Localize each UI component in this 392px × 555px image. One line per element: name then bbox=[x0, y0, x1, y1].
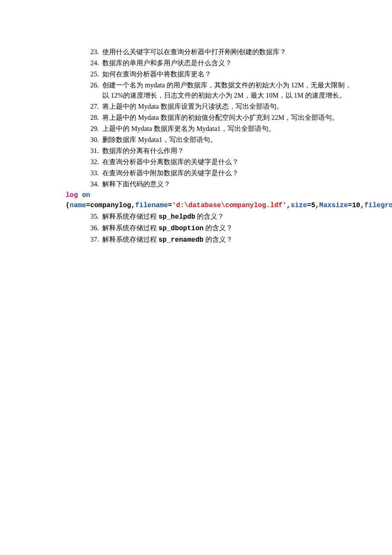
code-line-1: log on bbox=[66, 190, 358, 200]
item-number: 25. bbox=[85, 69, 102, 79]
list-item: 30.删除数据库 Mydata1，写出全部语句。 bbox=[85, 135, 358, 145]
item-text: 数据库的单用户和多用户状态是什么含义？ bbox=[102, 58, 358, 68]
list-item: 32.在查询分析器中分离数据库的关键字是什么？ bbox=[85, 157, 358, 167]
item-text: 在查询分析器中分离数据库的关键字是什么？ bbox=[102, 157, 358, 167]
value-size: 5 bbox=[311, 202, 315, 209]
value-maxsize: 10 bbox=[352, 202, 360, 209]
question-list-2: 35.解释系统存储过程 sp_helpdb 的含义？ 36.解释系统存储过程 s… bbox=[34, 211, 358, 245]
list-item: 29.上题中的 Mydata 数据库更名为 Mydata1，写出全部语句。 bbox=[85, 124, 358, 134]
item-number: 34. bbox=[85, 179, 102, 189]
equals: = bbox=[348, 202, 352, 209]
item-text: 将上题中的 Mydata 数据库的初始值分配空间大小扩充到 22M，写出全部语句… bbox=[102, 113, 358, 123]
list-item: 23.使用什么关键字可以在查询分析器中打开刚刚创建的数据库？ bbox=[85, 47, 358, 57]
item-text: 在查询分析器中附加数据库的关键字是什么？ bbox=[102, 168, 358, 178]
item-text: 如何在查询分析器中将数据库更名？ bbox=[102, 69, 358, 79]
list-item: 25.如何在查询分析器中将数据库更名？ bbox=[85, 69, 358, 79]
item-number: 24. bbox=[85, 58, 102, 68]
item-text: 上题中的 Mydata 数据库更名为 Mydata1，写出全部语句。 bbox=[102, 124, 358, 134]
keyword-maxsize: Maxsize bbox=[319, 202, 348, 209]
item-number: 31. bbox=[85, 146, 102, 156]
proc-name: sp_renamedb bbox=[159, 236, 204, 244]
text-post: 的含义？ bbox=[204, 224, 233, 231]
keyword-size: size bbox=[291, 202, 307, 209]
keyword-name: name bbox=[70, 202, 86, 209]
item-text: 将上题中的 Mydata 数据库设置为只读状态，写出全部语句。 bbox=[102, 101, 358, 112]
paren-open: ( bbox=[66, 202, 70, 209]
comma: , bbox=[131, 202, 135, 209]
list-item: 31.数据库的分离有什么作用？ bbox=[85, 146, 358, 156]
item-number: 23. bbox=[85, 47, 102, 57]
item-number: 37. bbox=[85, 234, 102, 245]
keyword-on: on bbox=[82, 191, 90, 199]
text-pre: 解释系统存储过程 bbox=[102, 213, 159, 220]
text-pre: 解释系统存储过程 bbox=[102, 236, 159, 243]
list-item: 28.将上题中的 Mydata 数据库的初始值分配空间大小扩充到 22M，写出全… bbox=[85, 113, 358, 123]
list-item: 27.将上题中的 Mydata 数据库设置为只读状态，写出全部语句。 bbox=[85, 101, 358, 112]
item-text: 解释系统存储过程 sp_dboption 的含义？ bbox=[102, 223, 358, 234]
item-number: 30. bbox=[85, 135, 102, 145]
item-number: 36. bbox=[85, 223, 102, 234]
comma: , bbox=[315, 202, 320, 209]
equals: = bbox=[86, 202, 90, 209]
item-number: 28. bbox=[85, 113, 102, 123]
list-item: 33.在查询分析器中附加数据库的关键字是什么？ bbox=[85, 168, 358, 178]
keyword-log: log bbox=[66, 191, 78, 199]
list-item: 37.解释系统存储过程 sp_renamedb 的含义？ bbox=[85, 234, 358, 245]
text-pre: 解释系统存储过程 bbox=[102, 224, 159, 231]
item-number: 26. bbox=[85, 80, 102, 101]
item-number: 32. bbox=[85, 157, 102, 167]
item-text: 创建一个名为 mydata 的用户数据库，其数据文件的初始大小为 12M，无最大… bbox=[102, 80, 358, 101]
item-text: 解释下面代码的意义？ bbox=[102, 179, 358, 189]
comma: , bbox=[360, 202, 364, 209]
list-item: 26.创建一个名为 mydata 的用户数据库，其数据文件的初始大小为 12M，… bbox=[85, 80, 358, 101]
item-number: 33. bbox=[85, 168, 102, 178]
code-block: log on (name=companylog,filename='d:\dat… bbox=[34, 190, 358, 211]
item-number: 27. bbox=[85, 101, 102, 112]
item-text: 删除数据库 Mydata1，写出全部语句。 bbox=[102, 135, 358, 145]
code-line-2: (name=companylog,filename='d:\database\c… bbox=[66, 200, 358, 211]
string-filepath: 'd:\database\companylog.ldf' bbox=[172, 202, 287, 209]
item-number: 29. bbox=[85, 124, 102, 134]
proc-name: sp_dboption bbox=[159, 225, 204, 232]
proc-name: sp_helpdb bbox=[159, 213, 195, 221]
equals: = bbox=[168, 202, 172, 209]
question-list-1: 23.使用什么关键字可以在查询分析器中打开刚刚创建的数据库？ 24.数据库的单用… bbox=[34, 47, 358, 189]
text-post: 的含义？ bbox=[195, 213, 224, 220]
list-item: 34.解释下面代码的意义？ bbox=[85, 179, 358, 189]
item-number: 35. bbox=[85, 211, 102, 222]
item-text: 解释系统存储过程 sp_renamedb 的含义？ bbox=[102, 234, 358, 245]
comma: , bbox=[287, 202, 291, 209]
list-item: 36.解释系统存储过程 sp_dboption 的含义？ bbox=[85, 223, 358, 234]
item-text: 解释系统存储过程 sp_helpdb 的含义？ bbox=[102, 211, 358, 222]
item-text: 数据库的分离有什么作用？ bbox=[102, 146, 358, 156]
list-item: 35.解释系统存储过程 sp_helpdb 的含义？ bbox=[85, 211, 358, 222]
keyword-filegrowth: filegrowth bbox=[364, 202, 392, 209]
equals: = bbox=[307, 202, 311, 209]
keyword-filename: filename bbox=[135, 202, 168, 209]
value-companylog: companylog bbox=[90, 202, 131, 209]
item-text: 使用什么关键字可以在查询分析器中打开刚刚创建的数据库？ bbox=[102, 47, 358, 57]
text-post: 的含义？ bbox=[204, 236, 233, 243]
list-item: 24.数据库的单用户和多用户状态是什么含义？ bbox=[85, 58, 358, 68]
